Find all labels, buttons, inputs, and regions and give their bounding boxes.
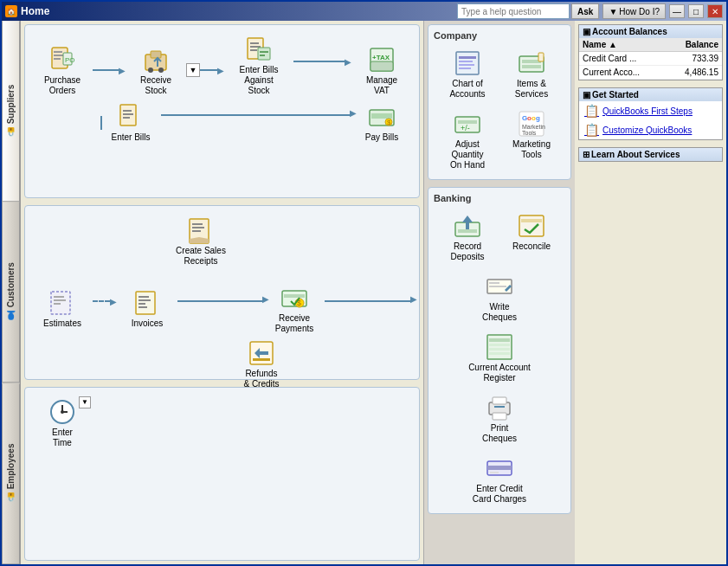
enter-bills-against-stock-btn[interactable]: Enter BillsAgainstStock bbox=[224, 32, 293, 100]
account-balances-header[interactable]: ▣ Account Balances bbox=[579, 25, 722, 38]
svg-rect-90 bbox=[490, 472, 499, 473]
svg-rect-80 bbox=[489, 338, 510, 342]
acct-name: Current Acco... bbox=[579, 66, 667, 80]
learn-services-panel: ⊞ Learn About Services bbox=[578, 147, 723, 162]
accounts-sidebar: ▣ Account Balances Name ▲ Balance bbox=[575, 21, 726, 564]
purchase-orders-label: PurchaseOrders bbox=[44, 75, 81, 96]
customers-section: Create SalesReceipts bbox=[24, 205, 420, 379]
estimates-icon bbox=[48, 289, 76, 317]
svg-rect-53 bbox=[459, 56, 476, 59]
svg-point-51 bbox=[61, 410, 64, 414]
maximize-button[interactable]: □ bbox=[688, 4, 704, 18]
title-bar-controls: Ask ▼ How Do I? — □ ✕ bbox=[457, 3, 723, 19]
acct-balance: 733.39 bbox=[667, 52, 722, 66]
items-services-btn[interactable]: Items &Services bbox=[501, 46, 562, 103]
create-sales-receipts-btn[interactable]: Create SalesReceipts bbox=[171, 213, 231, 270]
svg-rect-12 bbox=[250, 42, 259, 44]
main-area: 🔒 Suppliers 👤 Customers 🔒 Employees bbox=[2, 21, 726, 564]
svg-rect-22 bbox=[123, 110, 132, 112]
company-icons: Chart ofAccounts Items &Service bbox=[434, 46, 565, 174]
enter-credit-card-charges-label: Enter CreditCard Charges bbox=[473, 484, 526, 505]
reconcile-label: Reconcile bbox=[512, 241, 551, 252]
print-cheques-btn[interactable]: PrintCheques bbox=[469, 390, 530, 447]
tab-employees[interactable]: 🔒 Employees bbox=[2, 383, 20, 564]
write-cheques-label: WriteCheques bbox=[482, 302, 517, 323]
chart-of-accounts-icon bbox=[454, 49, 481, 77]
purchase-orders-btn[interactable]: PO PurchaseOrders bbox=[32, 42, 93, 100]
svg-rect-74 bbox=[519, 215, 544, 236]
manage-vat-btn[interactable]: +TAX ManageVAT bbox=[351, 42, 412, 100]
marketing-tools-btn[interactable]: G o o g Marketing Tools MarketingTools bbox=[501, 106, 562, 174]
enter-time-icon bbox=[48, 398, 76, 426]
svg-rect-73 bbox=[458, 229, 477, 233]
ask-button[interactable]: Ask bbox=[571, 3, 599, 19]
estimates-btn[interactable]: Estimates bbox=[32, 286, 93, 332]
current-account-register-btn[interactable]: Current AccountRegister bbox=[465, 330, 534, 387]
svg-rect-41 bbox=[139, 306, 147, 308]
collapse-icon: ▣ bbox=[583, 27, 590, 36]
enter-credit-card-charges-icon bbox=[486, 454, 513, 482]
svg-rect-87 bbox=[494, 406, 505, 408]
gs-customize-qb[interactable]: 📋Customize QuickBooks bbox=[579, 120, 722, 139]
reconcile-btn[interactable]: Reconcile bbox=[501, 209, 562, 266]
minimize-button[interactable]: — bbox=[669, 4, 685, 18]
marketing-tools-icon: G o o g Marketing Tools bbox=[518, 110, 545, 138]
account-balances-table: Name ▲ Balance Credit Card ...733.39Curr… bbox=[579, 38, 722, 80]
tab-customers[interactable]: 👤 Customers bbox=[2, 202, 20, 383]
enter-bills-against-stock-icon bbox=[245, 35, 273, 63]
current-account-register-icon bbox=[486, 333, 513, 361]
record-deposits-btn[interactable]: RecordDeposits bbox=[437, 209, 498, 266]
suppliers-section: PO PurchaseOrders ▶ bbox=[24, 24, 420, 198]
enter-time-dropdown[interactable]: ▼ bbox=[79, 396, 91, 408]
name-col-header[interactable]: Name ▲ bbox=[579, 38, 667, 52]
gs-qb-first-steps[interactable]: 📋QuickBooks First Steps bbox=[579, 101, 722, 120]
print-cheques-label: PrintCheques bbox=[482, 423, 517, 444]
enter-bills-label: Enter Bills bbox=[111, 132, 150, 143]
acct-balance: 4,486.15 bbox=[667, 66, 722, 80]
items-services-label: Items &Services bbox=[515, 79, 548, 100]
right-panel: Company Chart of bbox=[423, 21, 575, 564]
enter-bills-against-stock-label: Enter BillsAgainstStock bbox=[239, 65, 278, 96]
enter-bills-btn[interactable]: Enter Bills bbox=[100, 100, 161, 146]
enter-time-btn[interactable]: EnterTime ▼ bbox=[32, 395, 93, 452]
company-panel: Company Chart of bbox=[428, 24, 571, 180]
help-input[interactable] bbox=[457, 3, 570, 19]
svg-rect-40 bbox=[139, 303, 145, 305]
get-started-header[interactable]: ▣ Get Started bbox=[579, 88, 722, 101]
chart-of-accounts-btn[interactable]: Chart ofAccounts bbox=[437, 46, 498, 103]
receive-stock-icon bbox=[142, 46, 170, 74]
tab-suppliers[interactable]: 🔒 Suppliers bbox=[2, 21, 20, 202]
refunds-credits-btn[interactable]: Refunds& Credits bbox=[231, 336, 292, 393]
receive-stock-btn[interactable]: ReceiveStock bbox=[126, 42, 186, 100]
receive-payments-icon: $ bbox=[280, 284, 308, 312]
svg-rect-56 bbox=[459, 68, 471, 69]
svg-rect-16 bbox=[260, 51, 268, 53]
svg-text:g: g bbox=[536, 114, 540, 122]
svg-rect-15 bbox=[258, 48, 270, 60]
adjust-quantity-icon: +/- bbox=[454, 110, 481, 138]
receive-stock-dropdown[interactable]: ▼ bbox=[186, 63, 200, 77]
employees-section: EnterTime ▼ bbox=[24, 387, 420, 561]
svg-rect-82 bbox=[489, 348, 510, 351]
record-deposits-icon bbox=[454, 212, 481, 240]
main-window: 🏠 Home Ask ▼ How Do I? — □ ✕ 🔒 Suppliers bbox=[0, 0, 728, 566]
svg-text:+/-: +/- bbox=[461, 124, 470, 132]
svg-text:$: $ bbox=[387, 119, 391, 126]
sidebar-tabs: 🔒 Suppliers 👤 Customers 🔒 Employees bbox=[2, 21, 21, 564]
receive-payments-btn[interactable]: $ ReceivePayments bbox=[264, 280, 325, 338]
svg-point-8 bbox=[148, 68, 153, 73]
adjust-quantity-btn[interactable]: +/- AdjustQuantityOn Hand bbox=[437, 106, 498, 174]
how-do-i-button[interactable]: ▼ How Do I? bbox=[602, 3, 666, 19]
create-sales-receipts-label: Create SalesReceipts bbox=[176, 246, 226, 267]
write-cheques-btn[interactable]: WriteCheques bbox=[469, 269, 530, 326]
enter-credit-card-charges-btn[interactable]: Enter CreditCard Charges bbox=[465, 451, 534, 508]
close-button[interactable]: ✕ bbox=[707, 4, 723, 18]
get-started-panel: ▣ Get Started 📋QuickBooks First Steps📋Cu… bbox=[578, 87, 723, 140]
svg-point-9 bbox=[158, 68, 164, 73]
learn-services-header[interactable]: ⊞ Learn About Services bbox=[579, 148, 722, 161]
invoices-btn[interactable]: Invoices bbox=[117, 286, 177, 332]
balance-col-header[interactable]: Balance bbox=[667, 38, 722, 52]
pay-bills-btn[interactable]: $ Pay Bills bbox=[351, 100, 412, 146]
svg-rect-75 bbox=[521, 219, 542, 222]
svg-rect-77 bbox=[489, 282, 499, 284]
